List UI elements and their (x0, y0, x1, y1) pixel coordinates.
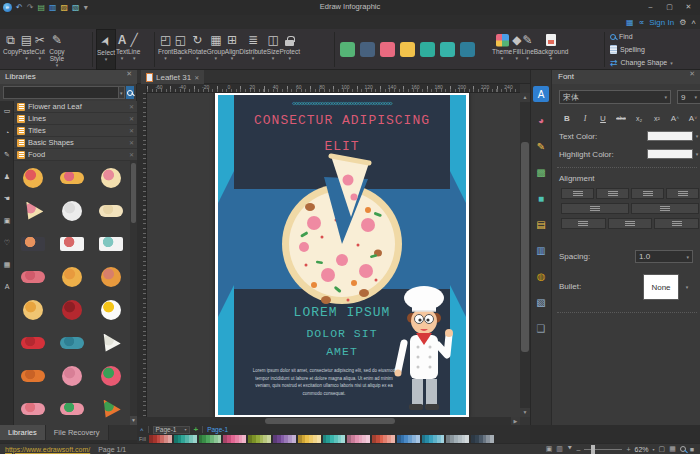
maximize-icon[interactable]: ▢ (660, 0, 679, 14)
poster-title-line1[interactable]: CONSECTUR ADIPISCING (218, 113, 466, 128)
fill-color-swatch[interactable] (242, 435, 246, 443)
shape-tomato-pair[interactable] (53, 392, 92, 425)
fill-color-swatch[interactable] (218, 435, 222, 443)
close-icon[interactable]: ✕ (129, 139, 134, 146)
drawing-viewport[interactable]: ◇◇◇◇◇◇◇◇◇◇◇◇◇◇◇◇◇◇◇◇◇◇◇◇◇◇◇◇◇◇◇◇◇◇◇◇◇◇ C… (147, 93, 520, 417)
text-color-swatch[interactable] (647, 131, 693, 141)
zoom-out-icon[interactable]: – (576, 446, 580, 453)
chevron-down-icon[interactable]: ▾ (119, 86, 125, 99)
shape-pizza[interactable] (91, 161, 130, 194)
search-input[interactable] (3, 86, 119, 99)
highlight-color-swatch[interactable] (647, 149, 693, 159)
note-panel-icon[interactable]: ▤ (533, 216, 549, 232)
shape-spaghetti[interactable] (91, 194, 130, 227)
library-heart-icon[interactable]: ♡ (0, 239, 14, 247)
grid-icon[interactable]: ▦ (626, 18, 634, 27)
protect-button[interactable]: Protect▾ (279, 29, 300, 70)
fill-color-swatch[interactable] (465, 435, 469, 443)
collapse-pages-icon[interactable]: ˄ (140, 427, 144, 433)
shape-hamburger[interactable] (14, 161, 53, 194)
italic-button[interactable]: I (579, 112, 591, 124)
tab-libraries[interactable]: Libraries (0, 425, 46, 440)
align-bottom-button[interactable] (654, 218, 699, 229)
font-size-select[interactable]: 9▾ (677, 90, 700, 104)
scrollbar-thumb[interactable] (521, 142, 529, 352)
superscript-button[interactable]: x² (651, 112, 663, 124)
library-photo-icon[interactable]: ▣ (0, 217, 14, 225)
minimize-icon[interactable]: – (641, 0, 660, 14)
fit-view-icon[interactable]: ⯆ (567, 445, 573, 453)
decrease-indent-button[interactable] (561, 203, 629, 214)
shape-octopus[interactable] (53, 359, 92, 392)
fill-color-swatch[interactable] (292, 435, 296, 443)
scroll-right-icon[interactable]: ▶ (511, 417, 520, 425)
shape-ham[interactable] (91, 260, 130, 293)
scroll-down-icon[interactable]: ▼ (130, 416, 137, 425)
horizontal-scrollbar[interactable]: ▶ (137, 417, 520, 425)
document-tab[interactable]: Leaflet 31 ✕ (141, 70, 204, 84)
shape-sausages[interactable] (14, 260, 53, 293)
align-right-button[interactable] (631, 188, 664, 199)
library-group-lines[interactable]: Lines✕ (14, 113, 137, 125)
vertical-scrollbar[interactable]: ▲ ▼ (520, 93, 530, 417)
fill-color-swatch[interactable] (341, 435, 345, 443)
library-font-icon[interactable]: A (0, 283, 14, 290)
library-group-food[interactable]: Food✕ (14, 149, 137, 161)
shape-carrot[interactable] (91, 392, 130, 425)
poster-body-text[interactable]: Lorem ipsum dolor sit amet, consectetur … (250, 367, 398, 398)
select-button[interactable]: ➤Select▾ (96, 29, 116, 70)
poster-subtitle-line3[interactable]: AMET (218, 345, 466, 358)
align-button[interactable]: ⊞Align▾ (225, 29, 239, 70)
library-people-icon[interactable]: ♟ (0, 173, 14, 181)
copy-button[interactable]: ⧉Copy (3, 29, 18, 70)
fill-color-swatch[interactable] (391, 435, 395, 443)
page-view-icon[interactable]: ▥ (556, 445, 563, 453)
shape-radish[interactable] (91, 326, 130, 359)
library-card-icon[interactable]: ▭ (0, 107, 14, 115)
gear-icon[interactable]: ⚙ (679, 18, 686, 27)
align-justify-button[interactable] (666, 188, 699, 199)
cut-button[interactable]: ✂Cut▾ (35, 29, 45, 70)
line-button[interactable]: ╱Line▾ (128, 29, 140, 70)
fill-color-swatch[interactable] (168, 435, 172, 443)
shape-sushi-box-light[interactable] (53, 227, 92, 260)
shape-dinner-plate[interactable] (53, 194, 92, 227)
size-button[interactable]: ◫Size▾ (267, 29, 280, 70)
collapse-ribbon-icon[interactable]: ˄ (691, 18, 696, 27)
search-button[interactable] (126, 86, 134, 99)
poster-subtitle-line2[interactable]: DOLOR SIT (218, 327, 466, 340)
fill-color-swatch[interactable] (317, 435, 321, 443)
front-button[interactable]: ◰Front▾ (158, 29, 173, 70)
add-page-button[interactable]: + (194, 426, 199, 434)
normal-view-icon[interactable]: ▣ (546, 445, 553, 453)
chevron-down-icon[interactable]: ▾ (693, 149, 700, 159)
find-button[interactable]: Find (610, 31, 633, 43)
bold-button[interactable]: B (561, 112, 573, 124)
increase-font-button[interactable]: A (669, 112, 681, 124)
document-panel-icon[interactable]: ▥ (533, 242, 549, 258)
library-group-flower-and-leaf[interactable]: Flower and Leaf✕ (14, 101, 137, 113)
decrease-font-button[interactable]: A (687, 112, 699, 124)
chevron-down-icon[interactable]: ▾ (653, 447, 655, 452)
change-shape-button[interactable]: ⇄Change Shape▾ (610, 57, 673, 69)
font-panel-icon[interactable]: A (533, 86, 549, 102)
shape-sushi-platter[interactable] (91, 227, 130, 260)
share-icon[interactable]: ∝ (639, 18, 645, 27)
distribute-button[interactable]: ≣Distribute▾ (239, 29, 266, 70)
shape-shrimp[interactable] (14, 359, 53, 392)
align-top-button[interactable] (561, 218, 606, 229)
font-family-select[interactable]: 宋体▾ (559, 90, 671, 104)
line-button[interactable]: ✎Line▾ (521, 29, 533, 70)
shape-tomato[interactable] (91, 359, 130, 392)
fill-color-swatch[interactable] (416, 435, 420, 443)
library-group-titles[interactable]: Titles✕ (14, 125, 137, 137)
active-page-tab[interactable]: Page-1 (207, 426, 228, 433)
rotate-button[interactable]: ↻Rotate▾ (188, 29, 207, 70)
increase-indent-button[interactable] (631, 203, 699, 214)
group-button[interactable]: ▦Group▾ (207, 29, 225, 70)
shape-roast-chicken[interactable] (53, 260, 92, 293)
zoom-tool-icon[interactable] (680, 446, 686, 452)
strikethrough-button[interactable]: abc (615, 112, 627, 124)
copy-style-button[interactable]: ✎Copy Style▾ (45, 29, 69, 70)
zoom-level[interactable]: 62% (634, 446, 648, 453)
